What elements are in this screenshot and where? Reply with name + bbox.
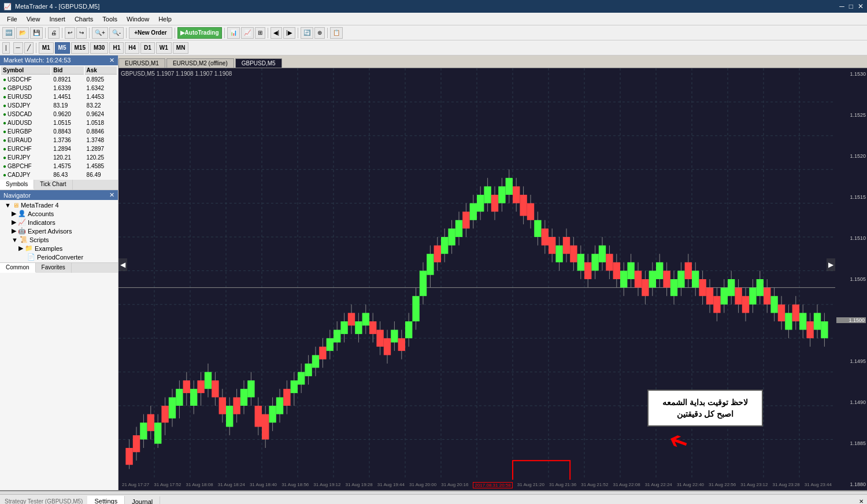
market-watch-row[interactable]: ●GBPCHF 1.4575 1.4585 xyxy=(1,162,117,170)
draw-h-btn[interactable]: ─ xyxy=(13,42,23,54)
svg-rect-74 xyxy=(276,397,283,414)
period-mn[interactable]: MN xyxy=(173,42,189,54)
svg-rect-70 xyxy=(262,414,269,440)
nav-accounts-label: Accounts xyxy=(28,210,54,217)
nav-item-accounts[interactable]: ▶ 👤 Accounts xyxy=(0,209,118,218)
menu-view[interactable]: View xyxy=(22,14,45,24)
tester-panel-close[interactable]: ✕ xyxy=(855,497,867,504)
tb-chart3[interactable]: ⊞ xyxy=(255,27,265,39)
svg-rect-102 xyxy=(376,330,383,347)
mw-tab-symbols[interactable]: Symbols xyxy=(0,180,34,190)
period-d1[interactable]: D1 xyxy=(140,42,155,54)
market-watch-row[interactable]: ●USDCAD 0.9620 0.9624 xyxy=(1,110,117,118)
period-w1[interactable]: W1 xyxy=(156,42,172,54)
chart-canvas[interactable]: GBPUSD,M5 1.1907 1.1908 1.1907 1.1908 xyxy=(118,68,867,490)
nav-item-metatrader4[interactable]: ▼ 🖥 MetaTrader 4 xyxy=(0,201,118,209)
svg-rect-118 xyxy=(434,246,441,262)
autotrading-btn[interactable]: ▶ AutoTrading xyxy=(177,27,222,39)
tb-chart2[interactable]: 📈 xyxy=(241,27,254,39)
tb-zoomin[interactable]: 🔍+ xyxy=(92,27,108,39)
svg-rect-170 xyxy=(620,270,627,287)
close-button[interactable]: ✕ xyxy=(858,2,864,10)
svg-rect-198 xyxy=(721,288,728,305)
market-watch-row[interactable]: ●CADJPY 86.43 86.49 xyxy=(1,171,117,179)
svg-rect-182 xyxy=(663,270,670,287)
market-watch-row[interactable]: ●EURJPY 120.21 120.25 xyxy=(1,154,117,161)
market-watch-row[interactable]: ●EURGBP 0.8843 0.8846 xyxy=(1,128,117,135)
svg-rect-200 xyxy=(728,279,735,296)
menu-charts[interactable]: Charts xyxy=(70,14,98,24)
time-label-22: 31 Aug 23:44 xyxy=(805,482,832,488)
chart-tab-gbpusd-m5[interactable]: GBPUSD,M5 xyxy=(235,58,282,68)
tb-print[interactable]: 🖨 xyxy=(48,27,60,39)
chart-nav-right[interactable]: ▶ xyxy=(827,258,835,271)
period-h4[interactable]: H4 xyxy=(125,42,139,54)
nav-item-scripts[interactable]: ▼ 📜 Scripts xyxy=(0,235,118,244)
nav-item-indicators[interactable]: ▶ 📈 Indicators xyxy=(0,218,118,227)
maximize-button[interactable]: □ xyxy=(849,2,853,10)
tester-tab-journal[interactable]: Journal xyxy=(125,496,160,505)
time-label-2: 31 Aug 17:52 xyxy=(154,482,181,488)
mw-ask: 120.25 xyxy=(85,154,117,161)
tb-redo[interactable]: ↪ xyxy=(76,27,87,39)
svg-rect-220 xyxy=(799,313,806,329)
svg-rect-202 xyxy=(735,288,742,305)
period-m30[interactable]: M30 xyxy=(90,42,108,54)
period-m15[interactable]: M15 xyxy=(71,42,89,54)
tb-chart1[interactable]: 📊 xyxy=(227,27,240,39)
tb-save[interactable]: 💾 xyxy=(30,27,43,39)
market-watch-row[interactable]: ●AUDUSD 1.0515 1.0518 xyxy=(1,119,117,127)
svg-rect-156 xyxy=(570,246,577,262)
period-h1[interactable]: H1 xyxy=(109,42,124,54)
menu-window[interactable]: Window xyxy=(122,14,154,24)
tb-zoomout[interactable]: 🔍- xyxy=(109,27,124,39)
menu-file[interactable]: File xyxy=(2,14,22,24)
nav-item-examples[interactable]: ▶ 📁 Examples xyxy=(0,244,118,253)
draw-line-btn[interactable]: | xyxy=(2,42,10,54)
tb-refresh[interactable]: 🔄 xyxy=(301,27,313,39)
titlebar-controls[interactable]: ─ □ ✕ xyxy=(839,2,864,10)
time-label-18: 31 Aug 22:40 xyxy=(677,482,704,488)
tb-crosshair[interactable]: ⊕ xyxy=(314,27,325,39)
chart-nav-left[interactable]: ◀ xyxy=(118,258,127,271)
menu-help[interactable]: Help xyxy=(154,14,176,24)
nav-item-expert-advisors[interactable]: ▶ 🤖 Expert Advisors xyxy=(0,227,118,235)
mw-ask: 1.6342 xyxy=(85,84,117,92)
market-watch-row[interactable]: ●EURAUD 1.3736 1.3748 xyxy=(1,136,117,144)
market-watch-row[interactable]: ●GBPUSD 1.6339 1.6342 xyxy=(1,84,117,92)
svg-rect-90 xyxy=(334,330,340,343)
nav-tab-common[interactable]: Common xyxy=(0,263,36,273)
tb-open[interactable]: 📂 xyxy=(16,27,29,39)
chart-tab-eurusd-m1[interactable]: EURUSD,M1 xyxy=(118,58,165,68)
menu-insert[interactable]: Insert xyxy=(45,14,70,24)
svg-rect-178 xyxy=(649,270,656,287)
market-watch-row[interactable]: ●USDCHF 0.8921 0.8925 xyxy=(1,76,117,83)
nav-ea-label: Expert Advisors xyxy=(28,228,72,235)
svg-rect-162 xyxy=(591,254,598,270)
minimize-button[interactable]: ─ xyxy=(839,2,844,10)
sep8 xyxy=(298,28,298,38)
tb-fwd[interactable]: |▶ xyxy=(283,27,295,39)
tester-tab-settings[interactable]: Settings xyxy=(87,496,125,505)
market-watch-row[interactable]: ●EURUSD 1.4451 1.4453 xyxy=(1,93,117,101)
tb-new[interactable]: 🆕 xyxy=(2,27,15,39)
mw-tab-tickchart[interactable]: Tick Chart xyxy=(34,180,72,190)
menu-tools[interactable]: Tools xyxy=(98,14,122,24)
tb-back[interactable]: ◀| xyxy=(271,27,283,39)
draw-ray-btn[interactable]: ╱ xyxy=(24,42,34,54)
nav-item-period-converter[interactable]: 📄 PeriodConverter xyxy=(0,253,118,261)
tb-template[interactable]: 📋 xyxy=(330,27,343,39)
market-watch-close[interactable]: ✕ xyxy=(109,57,114,64)
chart-tab-eurusd-m2[interactable]: EURUSD,M2 (offline) xyxy=(166,58,234,68)
market-watch-row[interactable]: ●EURCHF 1.2894 1.2897 xyxy=(1,145,117,153)
market-watch-row[interactable]: ●USDJPY 83.19 83.22 xyxy=(1,102,117,109)
period-m5[interactable]: M5 xyxy=(55,42,70,54)
navigator-close[interactable]: ✕ xyxy=(109,191,114,199)
tb-undo[interactable]: ↩ xyxy=(65,27,75,39)
period-m1[interactable]: M1 xyxy=(39,42,54,54)
new-order-btn[interactable]: + New Order xyxy=(129,27,172,39)
nav-tab-favorites[interactable]: Favorites xyxy=(36,263,72,273)
toolbar-1: 🆕 📂 💾 🖨 ↩ ↪ 🔍+ 🔍- + New Order ▶ AutoTrad… xyxy=(0,25,867,40)
nav-examples-icon: 📁 xyxy=(25,244,33,252)
svg-rect-208 xyxy=(757,279,764,296)
